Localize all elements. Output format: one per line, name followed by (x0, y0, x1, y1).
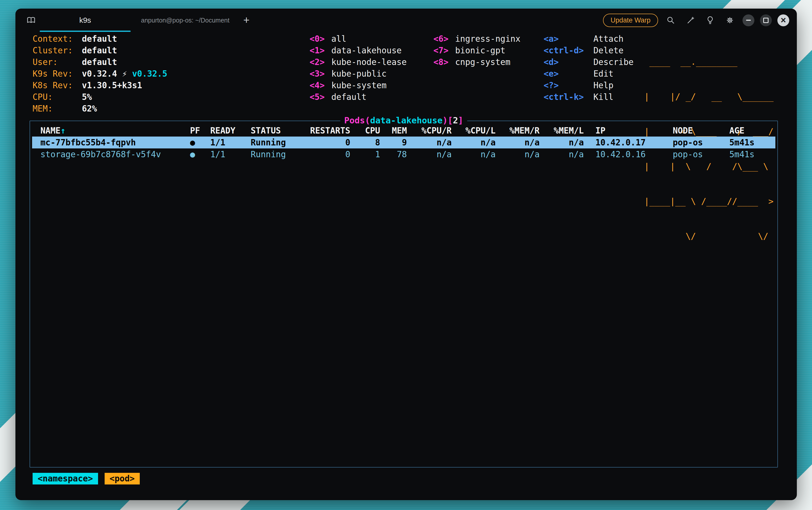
namespace-crumb: <namespace> (33, 473, 98, 484)
namespace-item: <6>ingress-nginx (433, 33, 520, 45)
titlebar: k9s anpurton@pop-os: ~/Document + Update… (16, 8, 797, 32)
terminal-window: k9s anpurton@pop-os: ~/Document + Update… (16, 8, 797, 500)
namespace-menu-col2: <6>ingress-nginx <7>bionic-gpt <8>cnpg-s… (433, 33, 520, 68)
pod-name: mc-77bfbc55b4-fqpvh (32, 137, 188, 148)
pod-ip: 10.42.0.16 (585, 148, 667, 160)
col-header-mem-l: %MEM/L (541, 125, 585, 137)
tab-label: anpurton@pop-os: ~/Document (141, 17, 230, 24)
tab-k9s[interactable]: k9s (38, 8, 132, 32)
namespace-item: <7>bionic-gpt (433, 45, 520, 56)
col-header-pf: PF (188, 125, 208, 137)
active-tab-underline (40, 31, 131, 32)
info-line-cpu: CPU:5% (33, 91, 167, 103)
namespace-item: <0>all (309, 33, 407, 45)
pod-mem-l: n/a (541, 137, 585, 148)
command-item: <a>Attach (544, 33, 634, 45)
pod-ip: 10.42.0.17 (585, 137, 667, 148)
maximize-button[interactable] (760, 15, 772, 26)
ai-wand-icon[interactable] (683, 13, 697, 27)
search-icon[interactable] (664, 13, 678, 27)
pods-table: NAME↑ PF READY STATUS RESTARTS CPU MEM %… (32, 125, 775, 160)
panel-title-resource: Pods (344, 115, 365, 125)
gear-icon[interactable] (723, 13, 737, 27)
col-header-age: AGE (723, 125, 775, 137)
info-line-k9s-rev: K9s Rev:v0.32.4 ⚡ v0.32.5 (33, 68, 167, 80)
col-header-cpu: CPU (352, 125, 382, 137)
command-item: <?>Help (544, 80, 634, 91)
namespace-menu-col1: <0>all <1>data-lakehouse <2>kube-node-le… (309, 33, 407, 103)
new-tab-button[interactable]: + (238, 8, 254, 32)
col-header-name: NAME↑ (32, 125, 188, 137)
pod-status: Running (248, 148, 309, 160)
pod-mem: 9 (382, 137, 409, 148)
command-item: <e>Edit (544, 68, 634, 80)
panel-title-namespace: data-lakehouse (370, 115, 443, 125)
command-menu: <a>Attach <ctrl-d>Delete <d>Describe <e>… (544, 33, 634, 103)
namespace-item: <5>default (309, 91, 407, 103)
info-line-mem: MEM:62% (33, 103, 167, 115)
pod-pf-dot: ● (188, 148, 208, 160)
pod-node: pop-os (667, 148, 723, 160)
col-header-restarts: RESTARTS (309, 125, 352, 137)
info-line-cluster: Cluster:default (33, 45, 167, 56)
info-line-context: Context:default (33, 33, 167, 45)
cluster-info: Context:default Cluster:default User:def… (33, 33, 167, 115)
pods-table-header-row: NAME↑ PF READY STATUS RESTARTS CPU MEM %… (32, 125, 775, 137)
pod-age: 5m41s (723, 148, 775, 160)
pod-row[interactable]: storage-69b7c8768f-v5f4v ● 1/1 Running 0… (32, 148, 775, 160)
breadcrumb: <namespace> <pod> (33, 473, 140, 484)
panel-title-count: 2 (453, 115, 458, 125)
namespace-item: <3>kube-public (309, 68, 407, 80)
command-item: <ctrl-k>Kill (544, 91, 634, 103)
pod-mem-l: n/a (541, 148, 585, 160)
book-icon[interactable] (24, 13, 38, 27)
pod-pf-dot: ● (188, 137, 208, 148)
command-item: <ctrl-d>Delete (544, 45, 634, 56)
pod-row-selected[interactable]: mc-77bfbc55b4-fqpvh ● 1/1 Running 0 8 9 … (32, 137, 775, 148)
minimize-button[interactable] (743, 15, 754, 26)
namespace-item: <8>cnpg-system (433, 56, 520, 68)
pod-restarts: 0 (309, 148, 352, 160)
panel-title: Pods(data-lakehouse)[2] (340, 115, 467, 126)
namespace-item: <4>kube-system (309, 80, 407, 91)
pod-cpu-r: n/a (409, 148, 453, 160)
col-header-mem: MEM (382, 125, 409, 137)
pod-crumb: <pod> (104, 473, 140, 484)
pod-age: 5m41s (723, 137, 775, 148)
pod-ready: 1/1 (208, 148, 248, 160)
close-icon: × (781, 16, 786, 25)
upgrade-flash-icon: ⚡ (122, 69, 127, 79)
col-header-node: NODE (667, 125, 723, 137)
pod-cpu-l: n/a (453, 148, 497, 160)
pod-mem: 78 (382, 148, 409, 160)
col-header-cpu-l: %CPU/L (453, 125, 497, 137)
col-header-ready: READY (208, 125, 248, 137)
pod-cpu: 8 (352, 137, 382, 148)
pod-cpu-l: n/a (453, 137, 497, 148)
pod-node: pop-os (667, 137, 723, 148)
close-button[interactable]: × (777, 15, 789, 26)
maximize-icon (763, 18, 769, 23)
pod-mem-r: n/a (497, 137, 541, 148)
namespace-item: <1>data-lakehouse (309, 45, 407, 56)
namespace-item: <2>kube-node-lease (309, 56, 407, 68)
minimize-icon (746, 20, 751, 21)
command-item: <d>Describe (544, 56, 634, 68)
pod-name: storage-69b7c8768f-v5f4v (32, 148, 188, 160)
pod-mem-r: n/a (497, 148, 541, 160)
tab-label: k9s (79, 16, 91, 25)
sort-arrow-icon: ↑ (60, 126, 65, 136)
col-header-status: STATUS (248, 125, 309, 137)
col-header-cpu-r: %CPU/R (409, 125, 453, 137)
pod-cpu-r: n/a (409, 137, 453, 148)
pod-restarts: 0 (309, 137, 352, 148)
col-header-mem-r: %MEM/R (497, 125, 541, 137)
update-warp-button[interactable]: Update Warp (603, 13, 658, 27)
col-header-ip: IP (585, 125, 667, 137)
pod-cpu: 1 (352, 148, 382, 160)
bulb-icon[interactable] (703, 13, 717, 27)
tab-shell[interactable]: anpurton@pop-os: ~/Document (132, 8, 238, 32)
desktop: { "colors": { "background_teal": "#36abb… (0, 0, 812, 510)
pod-status: Running (248, 137, 309, 148)
info-line-k8s-rev: K8s Rev:v1.30.5+k3s1 (33, 80, 167, 91)
